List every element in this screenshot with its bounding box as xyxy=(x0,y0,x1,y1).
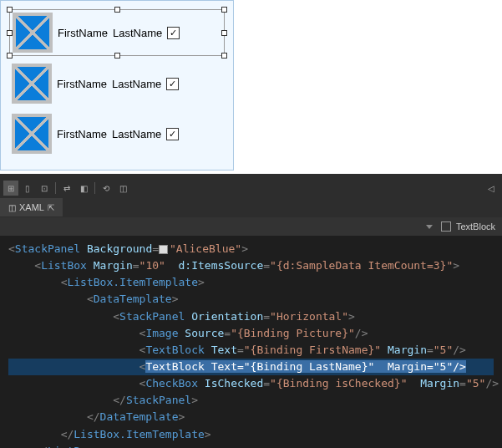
split-icon[interactable]: ◧ xyxy=(76,181,91,196)
breadcrumb-bar[interactable]: TextBlock xyxy=(0,217,502,236)
resize-handle[interactable] xyxy=(7,7,13,13)
editor-toolbar: ⊞ ▯ ⊡ ⇄ ◧ ⟲ ◫ ◁ xyxy=(0,179,502,197)
scroll-left-icon[interactable]: ◁ xyxy=(484,181,499,196)
code-editor[interactable]: <StackPanel Background="AliceBlue"> <Lis… xyxy=(0,236,502,448)
resize-handle[interactable] xyxy=(114,7,120,13)
chevron-down-icon[interactable] xyxy=(426,225,433,229)
listbox-item[interactable]: FirstName LastName ✓ xyxy=(9,61,225,106)
view-grid-icon[interactable]: ⊞ xyxy=(3,181,18,196)
lastname-text: LastName xyxy=(113,27,162,39)
breadcrumb-item[interactable]: TextBlock xyxy=(456,221,495,232)
firstname-text: FirstName xyxy=(57,78,107,90)
tab-icon: ◫ xyxy=(8,203,16,212)
swap-icon[interactable]: ⇄ xyxy=(59,181,74,196)
resize-handle[interactable] xyxy=(7,53,13,59)
resize-handle[interactable] xyxy=(221,7,227,13)
checkbox[interactable]: ✓ xyxy=(166,128,179,140)
view-vertical-icon[interactable]: ▯ xyxy=(20,181,35,196)
xaml-tab[interactable]: ◫ XAML ⇱ xyxy=(0,198,63,216)
lastname-text: LastName xyxy=(112,78,161,90)
lastname-text: LastName xyxy=(112,128,161,140)
image-placeholder xyxy=(13,13,53,53)
checkbox[interactable]: ✓ xyxy=(167,27,180,39)
listbox-item[interactable]: FirstName LastName ✓ xyxy=(9,111,225,156)
firstname-text: FirstName xyxy=(58,27,108,39)
resize-handle[interactable] xyxy=(114,53,120,59)
tab-bar: ◫ XAML ⇱ xyxy=(0,197,502,217)
tab-label: XAML xyxy=(19,202,44,212)
image-placeholder xyxy=(12,64,52,104)
resize-handle[interactable] xyxy=(7,30,13,36)
popout-icon: ⇱ xyxy=(48,203,54,212)
checkbox[interactable]: ✓ xyxy=(166,78,179,90)
refresh-icon[interactable]: ⟲ xyxy=(99,181,114,196)
design-surface[interactable]: FirstName LastName ✓ FirstName LastName … xyxy=(0,0,234,171)
panel-icon[interactable]: ◫ xyxy=(115,181,130,196)
element-icon xyxy=(441,221,451,232)
firstname-text: FirstName xyxy=(57,128,107,140)
view-full-icon[interactable]: ⊡ xyxy=(37,181,52,196)
resize-handle[interactable] xyxy=(221,53,227,59)
image-placeholder xyxy=(12,114,52,154)
resize-handle[interactable] xyxy=(221,30,227,36)
listbox-item[interactable]: FirstName LastName ✓ xyxy=(9,9,225,56)
